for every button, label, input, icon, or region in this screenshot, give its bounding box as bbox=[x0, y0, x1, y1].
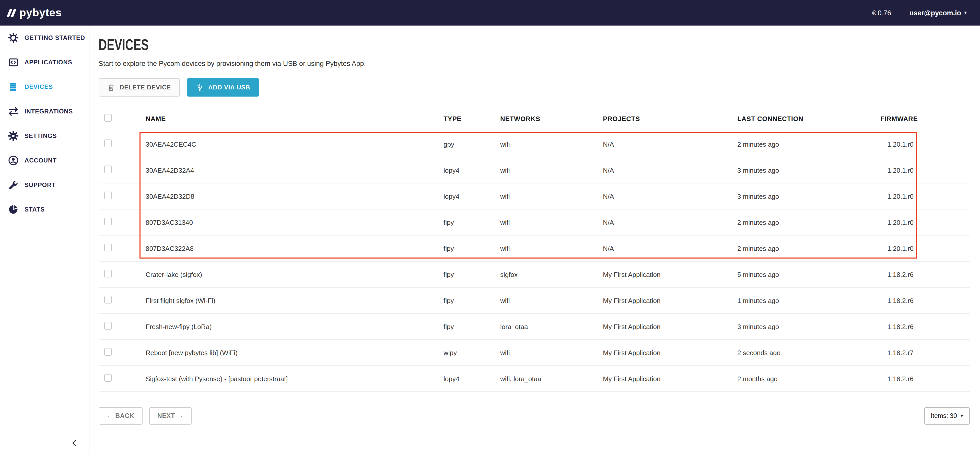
device-last-connection: 2 months ago bbox=[737, 375, 880, 382]
device-type: lopy4 bbox=[444, 192, 500, 200]
table-row[interactable]: Crater-lake (sigfox)fipysigfoxMy First A… bbox=[99, 262, 970, 288]
table-row[interactable]: Fresh-new-fipy (LoRa)fipylora_otaaMy Fir… bbox=[99, 314, 970, 340]
pybytes-logo-icon bbox=[8, 8, 15, 17]
sidebar-item-devices[interactable]: DEVICES bbox=[0, 75, 89, 99]
row-checkbox[interactable] bbox=[104, 348, 112, 356]
table-row[interactable]: 30AEA42CEC4CgpywifiN/A2 minutes ago1.20.… bbox=[99, 131, 970, 158]
account-balance: € 0.76 bbox=[872, 9, 891, 17]
column-header-networks[interactable]: NETWORKS bbox=[500, 115, 603, 123]
device-projects: N/A bbox=[603, 192, 737, 200]
row-checkbox[interactable] bbox=[104, 218, 112, 225]
device-projects: N/A bbox=[603, 218, 737, 226]
row-checkbox-cell bbox=[99, 165, 146, 175]
device-name: 807D3AC31340 bbox=[146, 218, 444, 226]
next-button[interactable]: NEXT → bbox=[149, 407, 192, 425]
sidebar-item-support[interactable]: SUPPORT bbox=[0, 173, 89, 197]
column-header-name[interactable]: NAME bbox=[146, 115, 444, 123]
select-all-checkbox[interactable] bbox=[104, 114, 112, 122]
row-checkbox-cell bbox=[99, 218, 146, 227]
sidebar-item-getting-started[interactable]: GETTING STARTED bbox=[0, 25, 89, 50]
sidebar-item-applications[interactable]: APPLICATIONS bbox=[0, 50, 89, 75]
table-row[interactable]: First flight sigfox (Wi-Fi)fipywifiMy Fi… bbox=[99, 288, 970, 314]
device-type: fipy bbox=[444, 270, 500, 278]
sidebar-item-label: APPLICATIONS bbox=[24, 59, 72, 66]
device-name: Crater-lake (sigfox) bbox=[146, 270, 444, 278]
items-per-page-select[interactable]: Items: 30 ▾ bbox=[924, 407, 970, 425]
device-networks: wifi bbox=[500, 192, 603, 200]
device-last-connection: 1 minutes ago bbox=[737, 297, 880, 304]
sidebar-item-label: SETTINGS bbox=[24, 132, 57, 140]
device-networks: sigfox bbox=[500, 270, 603, 278]
toolbar: DELETE DEVICE ADD VIA USB bbox=[99, 78, 970, 97]
device-type: fipy bbox=[444, 218, 500, 226]
device-projects: My First Application bbox=[603, 297, 737, 304]
table-body: 30AEA42CEC4CgpywifiN/A2 minutes ago1.20.… bbox=[99, 131, 970, 392]
button-label: ADD VIA USB bbox=[208, 84, 250, 91]
row-checkbox[interactable] bbox=[104, 270, 112, 277]
table-header: NAME TYPE NETWORKS PROJECTS LAST CONNECT… bbox=[99, 106, 970, 131]
user-menu[interactable]: user@pycom.io ▾ bbox=[910, 9, 967, 17]
device-type: gpy bbox=[444, 140, 500, 148]
sidebar-item-account[interactable]: ACCOUNT bbox=[0, 148, 89, 173]
column-header-last-connection[interactable]: LAST CONNECTION bbox=[737, 115, 880, 123]
applications-window-icon bbox=[8, 57, 18, 67]
device-firmware: 1.20.1.r0 bbox=[880, 245, 970, 252]
chevron-down-icon: ▾ bbox=[961, 414, 963, 418]
brand[interactable]: pybytes bbox=[8, 6, 62, 19]
row-checkbox[interactable] bbox=[104, 296, 112, 304]
device-name: First flight sigfox (Wi-Fi) bbox=[146, 297, 444, 304]
device-networks: wifi bbox=[500, 245, 603, 252]
table-row[interactable]: 30AEA42D32A4lopy4wifiN/A3 minutes ago1.2… bbox=[99, 158, 970, 183]
device-networks: wifi bbox=[500, 140, 603, 148]
table-row[interactable]: 807D3AC31340fipywifiN/A2 minutes ago1.20… bbox=[99, 210, 970, 235]
items-per-page-label: Items: 30 bbox=[931, 412, 957, 420]
sidebar-collapse-button[interactable] bbox=[70, 439, 81, 449]
app-window: pybytes € 0.76 user@pycom.io ▾ GETTING S… bbox=[0, 0, 980, 455]
brand-name: pybytes bbox=[19, 6, 62, 19]
row-checkbox[interactable] bbox=[104, 140, 112, 147]
user-email: user@pycom.io bbox=[910, 9, 961, 17]
device-type: fipy bbox=[444, 323, 500, 330]
sidebar-item-settings[interactable]: SETTINGS bbox=[0, 124, 89, 148]
delete-device-button[interactable]: DELETE DEVICE bbox=[99, 78, 180, 97]
row-checkbox[interactable] bbox=[104, 192, 112, 199]
sidebar-item-stats[interactable]: STATS bbox=[0, 197, 89, 222]
back-button[interactable]: ← BACK bbox=[99, 407, 143, 425]
column-header-firmware[interactable]: FIRMWARE bbox=[880, 115, 970, 123]
table-row[interactable]: Reboot [new pybytes lib] (WiFi)wipywifiM… bbox=[99, 340, 970, 366]
row-checkbox[interactable] bbox=[104, 244, 112, 251]
row-checkbox[interactable] bbox=[104, 374, 112, 382]
table-row[interactable]: 30AEA42D32D8lopy4wifiN/A3 minutes ago1.2… bbox=[99, 183, 970, 210]
pie-chart-icon bbox=[8, 204, 18, 215]
device-last-connection: 2 minutes ago bbox=[737, 140, 880, 148]
device-networks: wifi bbox=[500, 218, 603, 226]
chevron-left-icon bbox=[70, 439, 79, 447]
table-row[interactable]: Sigfox-test (with Pysense) - [pastoor pe… bbox=[99, 366, 970, 392]
sidebar-item-integrations[interactable]: INTEGRATIONS bbox=[0, 99, 89, 124]
device-type: wipy bbox=[444, 349, 500, 356]
device-projects: N/A bbox=[603, 245, 737, 252]
device-networks: lora_otaa bbox=[500, 323, 603, 330]
column-header-type[interactable]: TYPE bbox=[444, 115, 500, 123]
column-header-projects[interactable]: PROJECTS bbox=[603, 115, 737, 123]
main-content: DEVICES Start to explore the Pycom devic… bbox=[89, 25, 980, 455]
add-via-usb-button[interactable]: ADD VIA USB bbox=[187, 78, 259, 97]
device-last-connection: 3 minutes ago bbox=[737, 323, 880, 330]
trash-icon bbox=[107, 84, 115, 91]
row-checkbox-cell bbox=[99, 192, 146, 201]
usb-icon bbox=[196, 83, 204, 91]
device-name: Reboot [new pybytes lib] (WiFi) bbox=[146, 349, 444, 356]
device-name: Fresh-new-fipy (LoRa) bbox=[146, 323, 444, 330]
row-checkbox[interactable] bbox=[104, 322, 112, 329]
device-name: Sigfox-test (with Pysense) - [pastoor pe… bbox=[146, 375, 444, 382]
gear-outline-icon bbox=[8, 33, 18, 43]
device-firmware: 1.18.2.r6 bbox=[880, 297, 970, 304]
topbar: pybytes € 0.76 user@pycom.io ▾ bbox=[0, 0, 980, 25]
pagination: ← BACK NEXT → Items: 30 ▾ bbox=[99, 407, 970, 425]
device-name: 30AEA42CEC4C bbox=[146, 140, 444, 148]
pagination-buttons: ← BACK NEXT → bbox=[99, 407, 192, 425]
row-checkbox[interactable] bbox=[104, 165, 112, 173]
device-type: lopy4 bbox=[444, 166, 500, 174]
device-last-connection: 3 minutes ago bbox=[737, 166, 880, 174]
table-row[interactable]: 807D3AC322A8fipywifiN/A2 minutes ago1.20… bbox=[99, 235, 970, 262]
